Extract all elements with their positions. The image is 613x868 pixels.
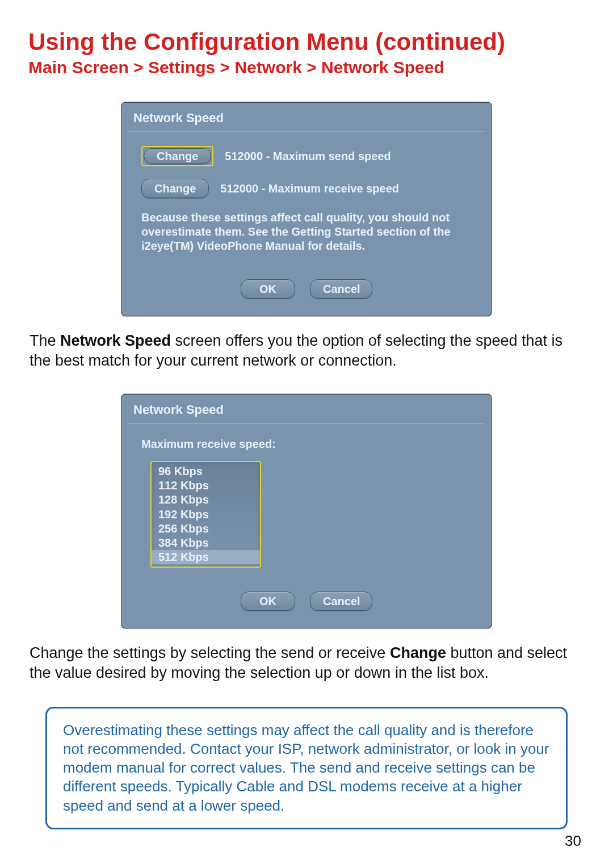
highlight-send-change: Change — [141, 146, 213, 166]
info-note-text: Overestimating these settings may affect… — [63, 721, 550, 815]
dialog-title: Network Speed — [133, 111, 480, 125]
dialog-note-text: Because these settings affect call quali… — [141, 211, 472, 253]
speed-option[interactable]: 384 Kbps — [152, 536, 260, 550]
para1-bold: Network Speed — [60, 332, 171, 349]
receive-speed-field-label: Maximum receive speed: — [141, 438, 472, 451]
speed-option[interactable]: 96 Kbps — [152, 464, 260, 479]
info-note-box: Overestimating these settings may affect… — [45, 707, 568, 829]
page-number: 30 — [565, 832, 581, 850]
speed-option[interactable]: 256 Kbps — [152, 522, 260, 536]
network-speed-dialog-1: Network Speed Change 512000 - Maximum se… — [121, 102, 492, 316]
page-title: Using the Configuration Menu (continued) — [28, 28, 585, 56]
dialog-footer-2: OK Cancel — [141, 592, 472, 611]
para2-pre: Change the settings by selecting the sen… — [30, 644, 390, 661]
send-speed-row: Change 512000 - Maximum send speed — [141, 146, 472, 166]
speed-option[interactable]: 192 Kbps — [152, 508, 260, 522]
speed-listbox[interactable]: 96 Kbps112 Kbps128 Kbps192 Kbps256 Kbps3… — [150, 461, 261, 568]
send-speed-value: 512000 - Maximum send speed — [225, 150, 391, 163]
dialog-footer: OK Cancel — [141, 279, 472, 299]
speed-option[interactable]: 112 Kbps — [152, 479, 260, 493]
paragraph-1: The Network Speed screen offers you the … — [30, 331, 583, 370]
receive-speed-value: 512000 - Maximum receive speed — [220, 182, 399, 195]
ok-button-2[interactable]: OK — [241, 592, 295, 611]
speed-option[interactable]: 128 Kbps — [152, 493, 260, 507]
dialog-body-2: Maximum receive speed: 96 Kbps112 Kbps12… — [128, 424, 485, 615]
paragraph-2: Change the settings by selecting the sen… — [30, 643, 583, 682]
para2-bold: Change — [390, 644, 446, 661]
dialog-body: Change 512000 - Maximum send speed Chang… — [128, 132, 485, 303]
dialog-header-2: Network Speed — [128, 400, 485, 424]
ok-button[interactable]: OK — [241, 279, 295, 299]
dialog-header: Network Speed — [128, 108, 485, 132]
receive-speed-row: Change 512000 - Maximum receive speed — [141, 179, 472, 198]
cancel-button[interactable]: Cancel — [310, 279, 372, 299]
network-speed-dialog-2: Network Speed Maximum receive speed: 96 … — [121, 394, 492, 628]
change-send-button[interactable]: Change — [144, 148, 211, 164]
cancel-button-2[interactable]: Cancel — [310, 592, 372, 611]
speed-option[interactable]: 512 Kbps — [152, 550, 260, 564]
dialog-title-2: Network Speed — [133, 402, 480, 417]
change-receive-button[interactable]: Change — [141, 179, 209, 198]
para1-pre: The — [30, 332, 60, 349]
breadcrumb: Main Screen > Settings > Network > Netwo… — [28, 58, 585, 77]
